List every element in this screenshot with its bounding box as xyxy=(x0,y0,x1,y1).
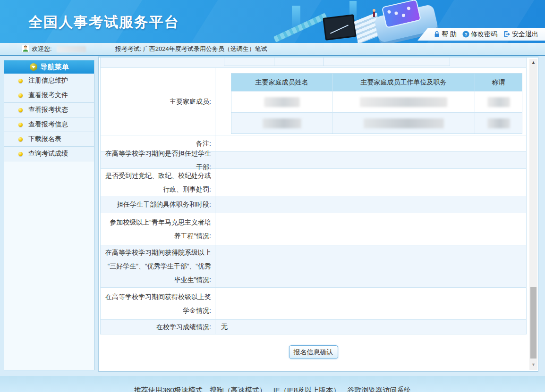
form-row-honors: 在高等学校学习期间获得院系级以上“三好学生”、“优秀学生干部”、“优秀毕业生”情… xyxy=(101,245,526,288)
form-row-discipline-punishment: 是否受到过党纪、政纪、校纪处分或行政、刑事处罚: xyxy=(101,169,526,196)
field-label: 参加校级以上“青年马克思主义者培养工程”情况: xyxy=(101,213,215,245)
form-row-scholarship: 在高等学校学习期间获得校级以上奖学金情况: xyxy=(101,288,526,320)
scrollbar-thumb[interactable] xyxy=(530,287,536,359)
change-password-button[interactable]: ? 修改密码 xyxy=(462,30,497,39)
vertical-scrollbar[interactable]: ▲ ▼ xyxy=(529,59,537,370)
column-header: 称谓 xyxy=(475,74,522,91)
logout-icon xyxy=(503,31,511,38)
form-row-cadre-position-period: 担任学生干部的具体职务和时段: xyxy=(101,196,526,213)
redacted-text xyxy=(364,118,444,128)
column-header: 主要家庭成员工作单位及职务 xyxy=(332,74,475,91)
sidebar-item-download-form[interactable]: 下载报名表 xyxy=(4,132,94,147)
redacted-text xyxy=(487,97,510,107)
field-label: 主要家庭成员: xyxy=(101,68,215,135)
redacted-user-name xyxy=(57,46,86,52)
form-row-academic-record: 在校学习成绩情况: 无 xyxy=(101,320,526,334)
field-label: 在高等学校学习期间是否担任过学生干部: xyxy=(101,152,215,168)
bullet-icon xyxy=(18,152,23,156)
previous-row-fragment xyxy=(101,58,526,68)
svg-text:?: ? xyxy=(465,32,468,37)
field-value xyxy=(215,169,526,196)
field-value xyxy=(215,245,526,287)
table-row xyxy=(231,112,522,133)
bullet-icon xyxy=(18,123,23,127)
field-label: 在高等学校学习期间获得院系级以上“三好学生”、“优秀学生干部”、“优秀毕业生”情… xyxy=(101,245,215,287)
field-label: 担任学生干部的具体职务和时段: xyxy=(101,196,215,213)
top-banner: 全国人事考试服务平台 帮 助 ? 修改密码 xyxy=(0,0,545,43)
header-actions: 帮 助 ? 修改密码 安全退出 xyxy=(417,28,545,41)
illustration-person xyxy=(373,11,375,17)
bullet-icon xyxy=(18,108,23,112)
sidebar-item-register-info[interactable]: 注册信息维护 xyxy=(4,74,94,88)
field-value xyxy=(215,288,526,319)
field-label: 在校学习成绩情况: xyxy=(101,320,215,334)
redacted-text xyxy=(263,118,301,128)
field-value: 无 xyxy=(215,320,526,334)
field-value xyxy=(215,152,526,168)
form-row-marxist-program: 参加校级以上“青年马克思主义者培养工程”情况: xyxy=(101,213,526,245)
help-button[interactable]: 帮 助 xyxy=(434,30,457,39)
confirm-button-area: 报名信息确认 xyxy=(100,334,527,359)
family-members-table: 主要家庭成员姓名 主要家庭成员工作单位及职务 称谓 xyxy=(231,73,522,134)
inner-table-fragment xyxy=(224,58,450,66)
illustration-monitor xyxy=(323,14,356,41)
field-label: 在高等学校学习期间获得校级以上奖学金情况: xyxy=(101,288,215,319)
lock-icon xyxy=(434,31,440,38)
scroll-up-arrow[interactable]: ▲ xyxy=(529,60,537,67)
user-avatar-icon xyxy=(22,45,29,54)
field-label: 是否受到过党纪、政纪、校纪处分或行政、刑事处罚: xyxy=(101,169,215,196)
site-title: 全国人事考试服务平台 xyxy=(28,13,179,32)
chevron-down-icon xyxy=(30,63,37,71)
browser-recommendation: 推荐使用360极速模式、搜狗（高速模式）、IE（IE8及以上版本）、谷歌浏览器访… xyxy=(0,386,545,392)
sidebar-item-view-application-info[interactable]: 查看报考信息 xyxy=(4,117,94,132)
nav-menu-header: 导航菜单 xyxy=(4,60,94,74)
table-row xyxy=(231,91,522,112)
form-row-student-cadre: 在高等学校学习期间是否担任过学生干部: xyxy=(101,152,526,169)
redacted-text xyxy=(487,118,510,128)
confirm-application-button[interactable]: 报名信息确认 xyxy=(289,345,338,359)
logout-button[interactable]: 安全退出 xyxy=(503,30,538,39)
redacted-text xyxy=(264,97,300,107)
sidebar: 导航菜单 注册信息维护 查看报考文件 查看报考状态 查看报考信息 下载报名表 查… xyxy=(4,60,94,370)
bullet-icon xyxy=(18,79,23,83)
question-icon: ? xyxy=(462,31,469,38)
scroll-down-arrow[interactable]: ▼ xyxy=(529,362,537,369)
bullet-icon xyxy=(18,137,23,142)
family-members-row: 主要家庭成员: 主要家庭成员姓名 主要家庭成员工作单位及职务 称谓 xyxy=(101,68,526,135)
main-content-panel: 主要家庭成员: 主要家庭成员姓名 主要家庭成员工作单位及职务 称谓 xyxy=(98,56,538,372)
greeting-label: 欢迎您: xyxy=(32,45,52,53)
header-illustration xyxy=(279,0,434,43)
application-review-table: 主要家庭成员: 主要家庭成员姓名 主要家庭成员工作单位及职务 称谓 xyxy=(100,58,527,359)
column-header: 主要家庭成员姓名 xyxy=(231,74,332,91)
sidebar-item-view-exam-files[interactable]: 查看报考文件 xyxy=(4,88,94,103)
redacted-text xyxy=(360,97,447,107)
field-value xyxy=(215,213,526,245)
field-value xyxy=(215,135,526,151)
field-value xyxy=(215,196,526,213)
sidebar-item-query-scores[interactable]: 查询考试成绩 xyxy=(4,147,94,161)
welcome-bar: 欢迎您: 报考考试: 广西2024年度考试录用公务员（选调生）笔试 xyxy=(0,43,545,56)
page-footer: 推荐使用360极速模式、搜狗（高速模式）、IE（IE8及以上版本）、谷歌浏览器访… xyxy=(0,376,545,392)
exam-info: 报考考试: 广西2024年度考试录用公务员（选调生）笔试 xyxy=(115,45,267,53)
sidebar-item-view-application-status[interactable]: 查看报考状态 xyxy=(4,103,94,117)
bullet-icon xyxy=(18,93,23,98)
family-table-header: 主要家庭成员姓名 主要家庭成员工作单位及职务 称谓 xyxy=(231,74,522,91)
